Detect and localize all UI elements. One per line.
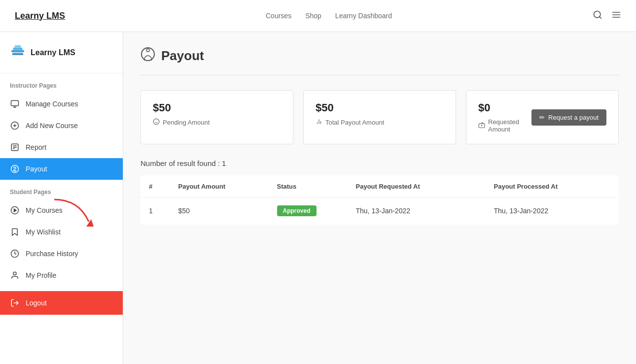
table-col-processed-at: Payout Processed At <box>486 176 619 198</box>
sidebar-label-my-profile: My Profile <box>26 271 56 279</box>
add-new-course-icon <box>10 121 20 130</box>
report-icon <box>10 143 20 152</box>
payout-page-icon <box>141 47 155 65</box>
sidebar-label-report: Report <box>26 143 46 151</box>
status-badge: Approved <box>277 205 317 216</box>
logout-label: Logout <box>26 299 47 307</box>
pending-amount-card: $50 Pending Amount <box>141 90 293 144</box>
top-nav-logo[interactable]: Learny LMS <box>15 11 65 21</box>
logout-button[interactable]: Logout <box>0 291 123 315</box>
pending-amount-icon <box>153 118 160 127</box>
sidebar-item-my-courses[interactable]: My Courses <box>0 199 123 221</box>
payout-icon <box>10 165 20 173</box>
table-col-requested-at: Payout Requested At <box>348 176 486 198</box>
sidebar-item-payout[interactable]: Payout <box>0 158 123 180</box>
my-profile-icon <box>10 271 20 280</box>
requested-card-left: $0 Requested Amount <box>478 101 531 133</box>
main-content: Payout $50 Pending Amount $50 <box>123 32 636 364</box>
sidebar-label-manage-courses: Manage Courses <box>26 100 78 108</box>
request-payout-pencil-icon: ✏ <box>539 114 545 121</box>
svg-point-27 <box>146 49 149 52</box>
instructor-section-label: Instructor Pages <box>0 73 123 93</box>
requested-amount-label: Requested Amount <box>478 118 531 133</box>
sidebar-label-my-wishlist: My Wishlist <box>26 228 61 236</box>
table-cell-status: Approved <box>269 198 348 225</box>
sidebar-item-add-new-course[interactable]: Add New Course <box>0 115 123 136</box>
svg-rect-8 <box>12 53 23 55</box>
pending-amount-value: $50 <box>153 101 281 114</box>
table-row: 1 $50 Approved Thu, 13-Jan-2022 Thu, 13-… <box>141 198 619 225</box>
sidebar-label-purchase-history: Purchase History <box>26 250 78 258</box>
pending-amount-label-text: Pending Amount <box>163 119 210 126</box>
requested-amount-value: $0 <box>478 101 531 114</box>
table-cell-amount: $50 <box>171 198 269 225</box>
logout-icon <box>10 298 20 307</box>
page-header: Payout <box>141 47 619 75</box>
table-cell-processed-at: Thu, 13-Jan-2022 <box>486 198 619 225</box>
sidebar-brand-name: Learny LMS <box>31 48 75 57</box>
requested-card-top: $0 Requested Amount ✏ Request a <box>478 101 606 133</box>
table-col-payout-amount: Payout Amount <box>171 176 269 198</box>
top-nav-icons <box>593 10 621 22</box>
sidebar-item-report[interactable]: Report <box>0 136 123 158</box>
svg-rect-7 <box>15 45 21 48</box>
sidebar: Learny LMS Instructor Pages Manage Cours… <box>0 32 123 364</box>
table-cell-num: 1 <box>141 198 171 225</box>
top-nav: Learny LMS Courses Shop Learny Dashboard <box>0 0 636 32</box>
request-payout-btn-label: Request a payout <box>548 114 599 121</box>
nav-link-shop[interactable]: Shop <box>305 12 321 20</box>
requested-amount-icon <box>478 122 485 130</box>
total-payout-label: Total Payout Amount <box>316 118 444 127</box>
request-payout-button[interactable]: ✏ Request a payout <box>531 109 606 126</box>
svg-line-1 <box>600 16 601 18</box>
top-nav-links: Courses Shop Learny Dashboard <box>266 12 392 20</box>
table-cell-requested-at: Thu, 13-Jan-2022 <box>348 198 486 225</box>
svg-rect-9 <box>11 100 19 106</box>
my-courses-icon <box>10 206 20 215</box>
total-payout-card: $50 Total Payout Amount <box>303 90 456 144</box>
page-title: Payout <box>161 48 204 64</box>
table-body: 1 $50 Approved Thu, 13-Jan-2022 Thu, 13-… <box>141 198 619 225</box>
purchase-history-icon <box>10 249 20 258</box>
student-section-label: Student Pages <box>0 180 123 199</box>
payout-table: # Payout Amount Status Payout Requested … <box>141 175 619 225</box>
sidebar-item-manage-courses[interactable]: Manage Courses <box>0 93 123 115</box>
sidebar-item-my-wishlist[interactable]: My Wishlist <box>0 221 123 243</box>
table-col-num: # <box>141 176 171 198</box>
my-wishlist-icon <box>10 228 20 236</box>
svg-rect-5 <box>11 50 24 52</box>
svg-point-26 <box>141 48 154 61</box>
menu-icon[interactable] <box>611 10 621 22</box>
requested-amount-label-text: Requested Amount <box>488 118 531 133</box>
total-payout-label-text: Total Payout Amount <box>325 119 384 126</box>
results-count: Number of result found : 1 <box>141 159 619 167</box>
svg-point-24 <box>13 272 16 275</box>
sidebar-label-payout: Payout <box>26 165 47 173</box>
nav-link-courses[interactable]: Courses <box>266 12 291 20</box>
sidebar-logo-icon <box>10 43 26 62</box>
summary-cards-row: $50 Pending Amount $50 <box>141 90 619 144</box>
pending-amount-label: Pending Amount <box>153 118 281 127</box>
svg-rect-6 <box>13 48 22 50</box>
table-header-row: # Payout Amount Status Payout Requested … <box>141 176 619 198</box>
sidebar-label-add-new-course: Add New Course <box>26 122 78 130</box>
svg-point-28 <box>153 119 159 125</box>
total-payout-icon <box>316 118 322 127</box>
total-payout-value: $50 <box>316 101 444 114</box>
svg-marker-21 <box>14 209 17 212</box>
search-icon[interactable] <box>593 10 602 22</box>
layout: Learny LMS Instructor Pages Manage Cours… <box>0 32 636 364</box>
table-col-status: Status <box>269 176 348 198</box>
manage-courses-icon <box>10 99 20 108</box>
sidebar-logo-area: Learny LMS <box>0 32 123 73</box>
sidebar-item-my-profile[interactable]: My Profile <box>0 265 123 286</box>
nav-link-dashboard[interactable]: Learny Dashboard <box>335 12 392 20</box>
sidebar-label-my-courses: My Courses <box>26 206 63 214</box>
requested-amount-card: $0 Requested Amount ✏ Request a <box>466 90 619 144</box>
sidebar-item-purchase-history[interactable]: Purchase History <box>0 243 123 265</box>
